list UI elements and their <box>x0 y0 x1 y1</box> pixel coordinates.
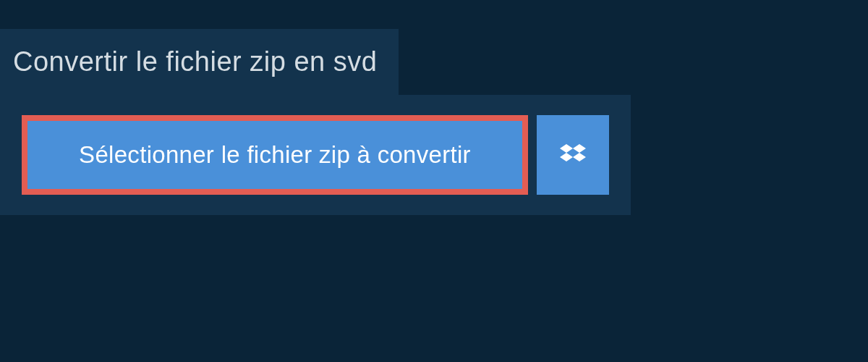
select-file-button[interactable]: Sélectionner le fichier zip à convertir <box>22 115 528 195</box>
dropbox-icon <box>560 142 586 168</box>
page-title: Convertir le fichier zip en svd <box>13 46 377 77</box>
header-section: Convertir le fichier zip en svd <box>0 29 399 95</box>
button-row: Sélectionner le fichier zip à convertir <box>22 115 609 195</box>
main-container: Convertir le fichier zip en svd Sélectio… <box>0 0 868 215</box>
dropbox-button[interactable] <box>537 115 609 195</box>
content-section: Sélectionner le fichier zip à convertir <box>0 95 631 215</box>
